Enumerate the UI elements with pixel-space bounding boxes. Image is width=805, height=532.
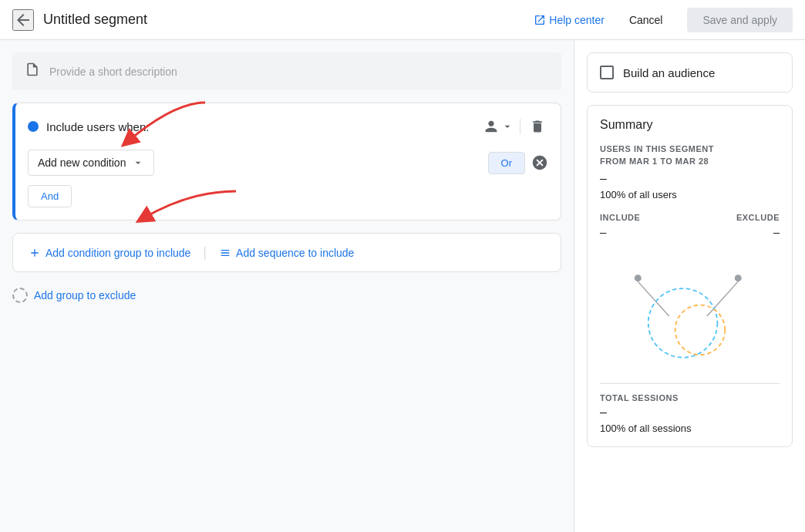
page-title: Untitled segment (43, 12, 147, 28)
include-card: Include users when: (12, 103, 561, 221)
include-exclude-labels: INCLUDE EXCLUDE (600, 213, 780, 222)
summary-title: Summary (600, 118, 780, 132)
svg-point-5 (675, 305, 726, 355)
include-exclude-values: – – (600, 225, 780, 238)
add-group-exclude-label: Add group to exclude (34, 289, 136, 301)
svg-point-2 (635, 274, 642, 281)
add-group-label: Add condition group to include (45, 247, 190, 259)
include-header: Include users when: (28, 116, 548, 137)
header-left: Untitled segment (12, 9, 534, 31)
description-icon (25, 62, 40, 81)
add-sequence-label: Add sequence to include (236, 247, 354, 259)
summary-divider (600, 383, 780, 384)
header: Untitled segment Help center Cancel Save… (0, 0, 805, 40)
total-sessions-label: TOTAL SESSIONS (600, 393, 780, 402)
condition-dropdown[interactable]: Add new condition (28, 150, 154, 176)
audience-label: Build an audience (623, 66, 715, 79)
teal-dot (28, 121, 39, 132)
vertical-divider (520, 119, 520, 134)
include-actions (483, 116, 548, 137)
include-value: – (600, 225, 606, 238)
audience-checkbox[interactable] (600, 66, 614, 79)
right-panel: Build an audience Summary USERS IN THIS … (574, 40, 805, 532)
description-bar[interactable]: Provide a short description (12, 52, 561, 90)
users-dash: – (600, 172, 780, 186)
help-center-link[interactable]: Help center (534, 14, 605, 26)
svg-point-3 (735, 274, 742, 281)
svg-line-1 (707, 281, 738, 316)
remove-condition-button[interactable] (531, 154, 548, 171)
add-sequence-link[interactable]: Add sequence to include (219, 247, 354, 259)
exclude-value: – (773, 225, 780, 238)
description-placeholder: Provide a short description (49, 66, 177, 78)
back-button[interactable] (12, 9, 34, 31)
save-apply-button[interactable]: Save and apply (687, 8, 793, 32)
pipe-divider: | (203, 244, 207, 261)
user-type-dropdown[interactable] (483, 118, 514, 135)
venn-svg (600, 251, 780, 367)
exclude-label: EXCLUDE (736, 213, 780, 222)
add-condition-group-link[interactable]: Add condition group to include (29, 247, 190, 259)
include-section: Include users when: (12, 103, 561, 221)
total-sessions-pct: 100% of all sessions (600, 423, 780, 434)
include-title-row: Include users when: (28, 120, 149, 133)
include-label: INCLUDE (600, 213, 640, 222)
condition-label: Add new condition (38, 157, 126, 169)
build-audience-card: Build an audience (587, 52, 793, 93)
left-panel: Provide a short description (0, 40, 574, 532)
delete-group-button[interactable] (527, 116, 548, 137)
svg-line-0 (638, 281, 669, 316)
date-range-label: FROM MAR 1 TO MAR 28 (600, 157, 780, 166)
add-conditions-row: Add condition group to include | Add seq… (12, 233, 561, 272)
venn-diagram (600, 247, 780, 371)
cancel-button[interactable]: Cancel (617, 8, 675, 32)
main-layout: Provide a short description (0, 40, 805, 532)
dashed-circle-icon (12, 288, 28, 303)
condition-row: Add new condition Or (28, 150, 548, 176)
total-sessions-dash: – (600, 406, 780, 419)
or-button[interactable]: Or (488, 152, 525, 174)
and-button[interactable]: And (28, 185, 72, 207)
summary-card: Summary USERS IN THIS SEGMENT FROM MAR 1… (587, 105, 793, 447)
include-title: Include users when: (46, 120, 149, 133)
header-right: Help center Cancel Save and apply (534, 8, 793, 32)
add-group-exclude[interactable]: Add group to exclude (12, 288, 561, 303)
users-pct: 100% of all users (600, 189, 780, 200)
users-label: USERS IN THIS SEGMENT (600, 144, 780, 153)
